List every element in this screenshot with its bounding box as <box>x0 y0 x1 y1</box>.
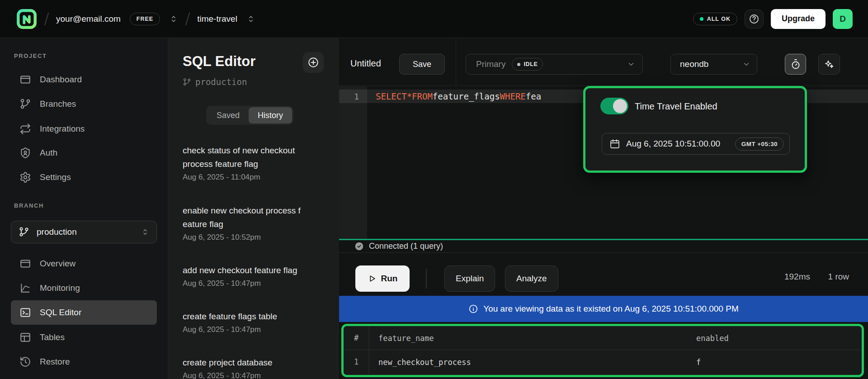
panel-branch-label: production <box>195 77 247 87</box>
history-date: Aug 6, 2025 - 10:47pm <box>183 370 329 379</box>
history-item[interactable]: create feature flags table Aug 6, 2025 -… <box>183 310 329 336</box>
sidebar-item-sql-editor[interactable]: SQL Editor <box>11 300 157 325</box>
chevron-down-icon <box>742 60 750 68</box>
editor-pane: Untitled Save Primary IDLE neondb <box>339 38 868 379</box>
sql-keyword: FROM <box>412 91 433 101</box>
project-switcher-chevrons-icon[interactable] <box>246 14 255 24</box>
play-icon <box>368 274 377 283</box>
org-email[interactable]: your@email.com <box>56 14 121 24</box>
tab-history[interactable]: History <box>249 107 292 123</box>
page-title: SQL Editor <box>183 53 255 70</box>
git-branch-icon <box>19 98 31 110</box>
history-item[interactable]: add new checkout feature flag Aug 6, 202… <box>183 264 329 289</box>
breadcrumb-slash-icon <box>44 12 49 25</box>
sidebar-item-label: Dashboard <box>40 75 82 85</box>
sql-identifier: fea <box>526 91 541 101</box>
sidebar-item-branches[interactable]: Branches <box>11 92 157 116</box>
neon-logo-icon[interactable] <box>16 9 37 29</box>
time-travel-datetime-value: Aug 6, 2025 10:51:00.00 <box>626 139 720 149</box>
stopwatch-icon <box>790 59 801 70</box>
toolbar-separator <box>426 269 427 289</box>
integrations-icon <box>19 123 31 135</box>
sidebar-item-overview[interactable]: Overview <box>11 251 157 276</box>
history-title-line: create feature flags table <box>183 312 277 321</box>
git-branch-icon <box>19 227 29 237</box>
row-count: 1 row <box>828 272 849 282</box>
ai-assist-button[interactable] <box>818 54 840 75</box>
save-button[interactable]: Save <box>399 54 445 75</box>
table-header-row: # feature_name enabled <box>344 326 862 350</box>
sidebar-item-restore[interactable]: Restore <box>11 350 157 374</box>
connection-status-label: Connected (1 query) <box>369 242 443 251</box>
new-query-button[interactable] <box>303 52 324 73</box>
avatar[interactable]: D <box>833 9 853 29</box>
sidebar-item-label: Branches <box>40 99 76 109</box>
history-item[interactable]: enable new checkout process feature flag… <box>183 204 329 243</box>
sidebar-item-label: Overview <box>40 259 75 269</box>
upgrade-button[interactable]: Upgrade <box>771 9 826 29</box>
history-date: Aug 6, 2025 - 11:04pm <box>183 171 329 183</box>
time-travel-toggle[interactable] <box>600 98 628 114</box>
sidebar-item-auth[interactable]: Auth <box>11 141 157 165</box>
sidebar-item-dashboard[interactable]: Dashboard <box>11 67 157 92</box>
org-switcher-chevrons-icon[interactable] <box>169 14 178 24</box>
sidebar-item-settings[interactable]: Settings <box>11 165 157 190</box>
editor-header: Untitled Save Primary IDLE neondb <box>339 38 868 86</box>
git-branch-icon <box>183 78 191 86</box>
cell-feature-name: new_checkout_process <box>369 358 696 367</box>
history-date: Aug 6, 2025 - 10:47pm <box>183 323 329 336</box>
status-badge-label: ALL OK <box>707 16 731 22</box>
tab-saved[interactable]: Saved <box>208 107 249 123</box>
run-button[interactable]: Run <box>355 265 410 292</box>
time-travel-datetime-field[interactable]: Aug 6, 2025 10:51:00.00 GMT +05:30 <box>602 133 790 155</box>
sql-code-line[interactable]: SELECT * FROM feature_flags WHERE fea <box>376 90 541 103</box>
sidebar-item-integrations[interactable]: Integrations <box>11 117 157 141</box>
sidebar-item-tables[interactable]: Tables <box>11 325 157 350</box>
line-number-gutter <box>339 86 367 239</box>
status-badge[interactable]: ALL OK <box>693 13 737 25</box>
database-name: neondb <box>680 59 708 69</box>
results-table: # feature_name enabled 1 new_checkout_pr… <box>341 324 864 377</box>
sql-terminal-icon <box>19 307 31 318</box>
history-item[interactable]: create project database Aug 6, 2025 - 10… <box>183 356 329 379</box>
breadcrumb-slash-icon <box>185 12 190 25</box>
table-row[interactable]: 1 new_checkout_process f <box>344 350 862 374</box>
history-title-line: add new checkout feature flag <box>183 265 297 275</box>
sql-identifier: feature_flags <box>433 91 500 101</box>
time-travel-banner: You are viewing data as it existed on Au… <box>339 296 868 322</box>
window-icon <box>19 74 31 85</box>
gear-icon <box>19 171 31 183</box>
database-selector[interactable]: neondb <box>670 54 757 75</box>
compute-name: Primary <box>476 59 505 69</box>
sidebar-item-label: Auth <box>40 148 57 158</box>
query-tab-title[interactable]: Untitled <box>350 58 381 69</box>
compute-selector[interactable]: Primary IDLE <box>466 54 643 75</box>
analyze-button[interactable]: Analyze <box>505 265 558 292</box>
query-duration: 192ms <box>784 272 810 282</box>
history-date: Aug 6, 2025 - 10:47pm <box>183 277 329 289</box>
history-title-line: process feature flag <box>183 159 258 169</box>
sidebar-item-monitoring[interactable]: Monitoring <box>11 276 157 300</box>
saved-history-tabs: Saved History <box>206 106 293 125</box>
sql-operator: * <box>407 91 412 101</box>
window-icon <box>19 258 31 270</box>
branch-selector[interactable]: production <box>11 221 157 243</box>
project-name[interactable]: time-travel <box>197 14 237 24</box>
cell-enabled: f <box>696 358 862 367</box>
toggle-knob <box>613 99 627 113</box>
time-travel-button[interactable] <box>785 54 806 75</box>
timezone-badge: GMT +05:30 <box>735 137 784 151</box>
history-item[interactable]: check status of new checkoutprocess feat… <box>183 144 329 183</box>
sql-keyword: SELECT <box>376 91 407 101</box>
sql-editor-panel: SQL Editor production Saved History chec… <box>168 38 339 379</box>
help-button[interactable] <box>745 9 764 28</box>
info-icon <box>468 304 478 314</box>
project-section-label: PROJECT <box>14 52 47 59</box>
idle-dot <box>517 63 520 66</box>
header-divider <box>456 38 456 86</box>
history-title-line: eature flag <box>183 219 223 229</box>
explain-button[interactable]: Explain <box>444 265 495 292</box>
time-travel-toggle-label: Time Travel Enabled <box>635 101 717 112</box>
column-header-feature-name: feature_name <box>369 334 696 343</box>
sidebar-item-label: Settings <box>40 172 71 182</box>
